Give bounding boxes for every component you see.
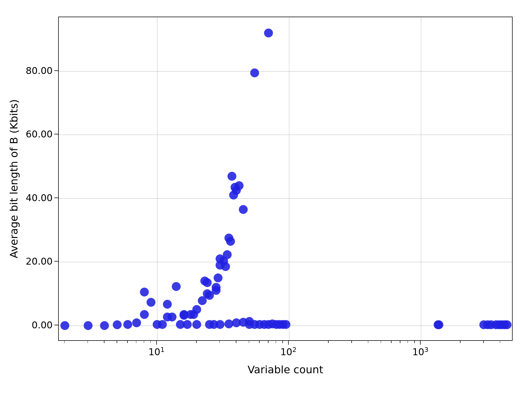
ytick-label: 80.00: [26, 65, 53, 76]
ytick: [54, 134, 58, 134]
scatter-point: [172, 282, 181, 291]
scatter-point: [235, 181, 244, 190]
xtick-label: 101: [148, 346, 164, 357]
xtick: [156, 341, 157, 345]
scatter-point: [282, 320, 290, 329]
xtick-minor: [196, 341, 197, 343]
xtick-minor: [236, 341, 236, 343]
ytick-label: 60.00: [26, 129, 53, 140]
gridline-h: [59, 262, 512, 262]
scatter-point: [250, 68, 259, 77]
xtick-minor: [88, 341, 88, 343]
scatter-point: [60, 321, 69, 330]
scatter-point: [239, 205, 248, 214]
gridline-v: [421, 17, 421, 340]
scatter-point: [132, 318, 141, 327]
scatter-point: [192, 320, 201, 329]
xtick-label: 102: [280, 346, 296, 357]
xtick-minor: [117, 341, 117, 343]
ytick-label: 0.00: [32, 319, 53, 331]
xtick: [420, 341, 421, 345]
scatter-point: [226, 237, 235, 246]
xtick-minor: [136, 341, 137, 343]
xtick-minor: [381, 341, 381, 343]
xtick-minor: [328, 341, 329, 343]
scatter-point: [212, 283, 221, 292]
scatter-point: [113, 320, 122, 329]
y-axis-label: Average bit length of B (Kbits): [8, 99, 20, 258]
xtick-minor: [400, 341, 400, 343]
xtick-minor: [414, 341, 415, 343]
scatter-point: [216, 320, 224, 329]
ytick: [54, 198, 58, 198]
ytick: [54, 70, 58, 71]
ytick: [54, 325, 58, 325]
scatter-point: [140, 288, 149, 296]
ytick-label: 40.00: [26, 192, 53, 203]
scatter-point: [84, 321, 93, 330]
scatter-point: [147, 298, 155, 307]
scatter-point: [221, 262, 230, 271]
xtick-minor: [282, 341, 283, 343]
figure: Variable count Average bit length of B (…: [0, 0, 532, 399]
scatter-point: [264, 29, 273, 37]
xtick-minor: [368, 341, 369, 343]
scatter-point: [223, 250, 232, 259]
xtick-minor: [351, 341, 352, 343]
scatter-point: [168, 313, 177, 321]
xtick-minor: [276, 341, 276, 343]
scatter-point: [214, 273, 222, 282]
xtick: [288, 341, 289, 345]
xtick-minor: [391, 341, 392, 343]
xtick-minor: [127, 341, 128, 343]
xtick-label: 103: [412, 346, 428, 357]
scatter-point: [163, 300, 172, 309]
scatter-point: [227, 172, 236, 181]
ytick: [54, 261, 58, 262]
scatter-point: [203, 278, 212, 287]
scatter-point: [100, 321, 109, 330]
scatter-point: [158, 320, 167, 329]
gridline-v: [157, 17, 157, 340]
xtick-minor: [460, 341, 461, 343]
xtick-minor: [249, 341, 249, 343]
xtick-minor: [500, 341, 500, 343]
plot-area: [58, 17, 513, 341]
xtick-minor: [268, 341, 268, 343]
scatter-point: [183, 320, 192, 329]
scatter-point: [123, 320, 132, 329]
xtick-minor: [64, 341, 65, 343]
xtick-minor: [483, 341, 484, 343]
gridline-v: [289, 17, 289, 340]
xtick-minor: [144, 341, 144, 343]
gridline-h: [59, 71, 512, 71]
ytick-label: 20.00: [26, 256, 53, 267]
xtick-minor: [104, 341, 104, 343]
x-axis-label: Variable count: [247, 364, 323, 376]
scatter-point: [140, 310, 149, 319]
scatter-point: [503, 320, 511, 329]
xtick-minor: [150, 341, 151, 343]
gridline-h: [59, 198, 512, 199]
gridline-h: [59, 135, 512, 135]
xtick-minor: [219, 341, 220, 343]
xtick-minor: [259, 341, 260, 343]
scatter-point: [434, 320, 443, 329]
xtick-minor: [408, 341, 408, 343]
scatter-point: [192, 305, 201, 314]
